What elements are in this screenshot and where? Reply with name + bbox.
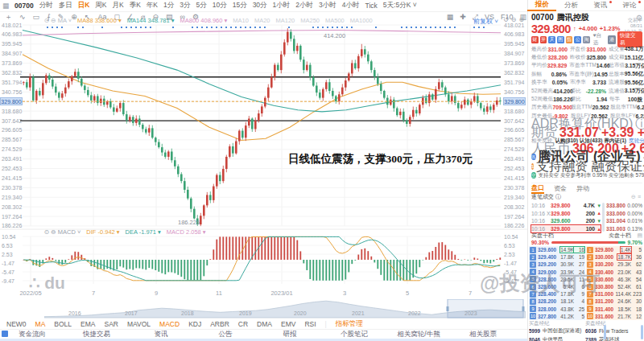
feature-badge-1[interactable]: 异 [540,36,547,43]
feature-badge-3[interactable]: 图 [557,36,564,43]
notification-dot [609,1,612,3]
legend-item-MA88: MA88 338.600 ▾ [77,17,122,24]
bid-orders: 4 [574,298,584,304]
period-tab-5分[interactable]: 5分 [196,1,206,10]
order-book-row: 4329.00033.9K244330.40023.0K43 [529,269,644,276]
indicator-DMA[interactable]: DMA [257,320,272,328]
period-tab-3小时[interactable]: 3小时 [319,1,336,10]
bid-level-badge: 3 [530,261,536,268]
period-tab-周K[interactable]: 周K [95,1,106,10]
feature-badge-4[interactable]: 指 [566,36,573,43]
legend-item-MA500: MA500 [325,17,345,24]
period-tab-15分[interactable]: 15分 [233,1,247,10]
order-book[interactable]: 1329.60014.9K161329.8001.4K52329.40017.8… [529,246,644,320]
legend-controls[interactable]: ⊙ ⊖ MACD ˅ [44,228,80,236]
order-book-row: 7328.40017.8K97331.000114.4K223 [529,290,644,298]
ask-level-badge: 10 [587,313,593,319]
chart-navigator[interactable]: 20162017201820192020202120222023 [44,299,526,318]
order-book-row: 9328.00043.8K259331.40018.5K18 [529,306,644,313]
macd-legend[interactable]: ⊙ ⊖ MACD ˅DIF -0.942 ▾DEA -1.971 ▾MACD 2… [44,228,206,236]
window-icon[interactable]: ▦ [2,2,9,10]
period-tab-10分[interactable]: 10分 [213,1,227,10]
chart-zoom-icons[interactable]: ↺⊖⊕ [503,16,526,23]
buy-broker[interactable]: 5999中国创盈(深港通) [529,327,585,335]
indicator-BOLL[interactable]: BOLL [54,320,72,328]
ask-level: 10331.60021.7K12 [586,313,642,320]
depth-layout-icon[interactable]: ▤ [637,232,642,239]
side-quote-list[interactable]: 333.8000.00%333.0000.00%331.0040.01%331.… [606,202,642,232]
tick-trades-header: 逐笔成交 ⓘ ⊖≡ [531,193,642,201]
feature-badge-2[interactable]: 天 [548,36,555,43]
indicator-NEW0[interactable]: NEW0 [6,320,27,328]
ma-legend[interactable]: ⊙ ⊖ MA ˅MA88 338.600 ▾MA144 348.781 ▾MA8… [44,17,373,24]
period-tab-3分[interactable]: 3分 [180,1,190,10]
period-tab-2小时[interactable]: 2小时 [295,1,313,10]
indicator-CR[interactable]: CR [238,320,248,328]
stat-label: 平均价 [531,62,547,69]
scrollbar[interactable] [602,203,605,232]
tick-trade-row: 10:16329.8004.7K▾ [531,202,601,210]
svg-text:418.021: 418.021 [2,23,22,28]
buy-broker[interactable]: 8046中信里昂 [529,336,585,341]
svg-text:10.54: 10.54 [2,234,16,240]
svg-text:2022: 2022 [408,310,421,316]
indicator-manage-button[interactable]: 指标管理 [336,319,363,329]
indicator-RSI[interactable]: RSI [304,320,316,328]
indicator-MAVOL[interactable]: MAVOL [127,320,151,328]
panel-tab-资讯[interactable]: 资讯 [586,1,615,10]
indicator-SAR[interactable]: SAR [104,320,118,328]
feature-badge-6[interactable]: 淘 [583,36,590,43]
legend-controls[interactable]: ⊙ ⊖ MA ˅ [44,17,72,24]
stat-value: 3.15万亿 [625,62,644,70]
indicator-MACD[interactable]: MACD [159,320,180,328]
ask-level: 5330.60046.3K54 [586,276,642,283]
svg-text:-9.47: -9.47 [2,278,14,284]
toolbar-right-icon-0[interactable]: ▦ [447,13,454,22]
sub-tab-盘口[interactable]: 盘口 [531,183,544,194]
tick-trades-icons[interactable]: ⊖≡ [631,194,642,200]
draw-tool-icon-2[interactable]: ▭ [33,13,40,21]
panel-tab-报价[interactable]: 报价 [527,0,556,11]
panel-tab-评论[interactable]: 评论 [615,1,644,10]
period-tab-1分[interactable]: 1分 [163,1,174,10]
indicator-KDJ[interactable]: KDJ [188,320,201,328]
feature-badge-5[interactable]: 公 [574,36,581,43]
sell-broker[interactable]: 7389花旗环球 [585,336,642,341]
period-tab-5天:5分K ˅[interactable]: 5天:5分K ˅ [383,1,417,10]
sell-broker[interactable]: 6036Flow Traders [585,328,642,334]
indicator-EMV[interactable]: EMV [281,320,295,328]
ask-level-badge: 3 [587,261,593,268]
broker-name: 花旗环球 [599,336,619,341]
indicator-MA[interactable]: MA [35,320,46,328]
indicator-ARBR[interactable]: ARBR [210,320,229,328]
draw-tool-icon-1[interactable]: ∿ [19,13,26,21]
stat-label: 股息率TTM [610,104,637,111]
period-tab-Tick[interactable]: Tick [365,2,378,10]
scrollbar[interactable] [641,325,643,339]
feature-badge-0[interactable]: 财 [531,36,539,43]
toolbar-right-icon-1[interactable]: ✚ [460,13,466,22]
ask-orders: 5 [631,247,642,253]
stat-总市值: 总市值3.15万亿 [609,62,642,70]
period-tab-30分[interactable]: 30分 [253,1,267,10]
adjust-mode-dropdown[interactable]: 前复权 ˅ [473,17,498,26]
period-tab-1小时[interactable]: 1小时 [273,1,291,10]
svg-text:274.529: 274.529 [2,146,22,152]
sub-tab-资金[interactable]: 资金 [554,184,567,193]
sub-tab-异动[interactable]: 异动 [576,184,589,193]
panel-tab-分析[interactable]: 分析 [556,1,585,10]
tick-trades-list[interactable]: 10:16329.8004.7K▾10:16 X329.800200▴10:16… [531,202,601,232]
bid-orders: 19 [574,254,584,260]
period-tab-4小时[interactable]: 4小时 [342,1,360,10]
period-tab-多日[interactable]: 多日 [59,1,72,10]
scrollbar[interactable] [604,325,606,339]
period-tab-月K[interactable]: 月K [112,1,123,10]
period-tab-分时[interactable]: 分时 [39,1,53,10]
period-tab-日K[interactable]: 日K [78,1,90,10]
period-tab-年K[interactable]: 年K [147,1,158,10]
draw-tool-icon-0[interactable]: ＋ [5,12,12,23]
stock-code: 00700 [531,13,554,22]
stat-label: 流通值 [609,88,625,95]
period-tab-季K[interactable]: 季K [130,1,141,10]
indicator-EMA[interactable]: EMA [80,320,95,328]
